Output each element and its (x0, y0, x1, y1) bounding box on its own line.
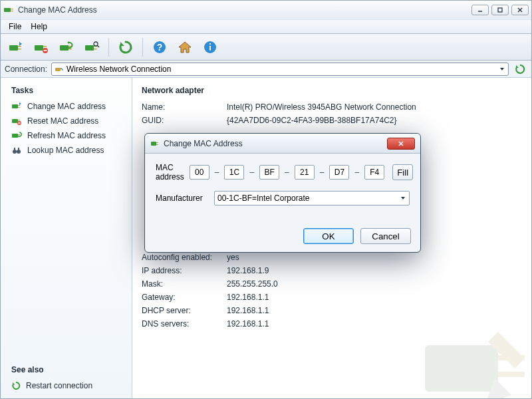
svg-rect-8 (18, 46, 21, 47)
tool-home[interactable] (174, 37, 196, 57)
refresh-icon (11, 381, 21, 390)
svg-line-22 (97, 45, 99, 47)
nic-edit-icon (11, 102, 22, 111)
prop-value: 192.168.1.1 (227, 306, 522, 315)
connection-refresh-button[interactable] (513, 63, 527, 76)
chevron-down-icon (499, 66, 505, 72)
tasks-heading: Tasks (11, 86, 125, 95)
prop-key: IP address: (142, 266, 221, 275)
svg-rect-30 (18, 105, 20, 106)
adapter-heading: Network adapter (142, 86, 522, 95)
cancel-button[interactable]: Cancel (360, 228, 411, 244)
svg-rect-33 (18, 120, 20, 120)
prop-row: GUID:{42AA7DD6-09C2-4FA3-99BB-388BF17A74… (142, 114, 522, 127)
manufacturer-dropdown[interactable]: 00-1C-BF=Intel Corporate (214, 191, 410, 205)
mac-octet-1[interactable] (224, 165, 244, 180)
prop-key: Name: (142, 102, 221, 112)
task-label: Restart connection (26, 381, 92, 390)
svg-rect-49 (156, 144, 158, 145)
see-also-heading: See also (11, 365, 125, 374)
nic-reset-icon (11, 116, 22, 126)
dash-icon: – (354, 168, 359, 177)
prop-key: GUID: (142, 116, 221, 125)
titlebar: Change MAC Address (1, 1, 531, 19)
manufacturer-field: Manufacturer 00-1C-BF=Intel Corporate (156, 191, 410, 205)
manufacturer-value: 00-1C-BF=Intel Corporate (217, 194, 309, 203)
mac-octet-2[interactable] (259, 165, 279, 180)
adapter-icon (55, 65, 64, 74)
close-button[interactable] (511, 5, 529, 15)
prop-row: Mask:255.255.255.0 (142, 277, 522, 291)
mac-octet-3[interactable] (295, 165, 315, 180)
toolbar-separator (108, 38, 109, 57)
ok-button[interactable]: OK (303, 228, 354, 244)
dash-icon: – (285, 168, 289, 177)
task-label: Lookup MAC address (27, 146, 104, 155)
dash-icon: – (320, 168, 325, 177)
svg-rect-42 (14, 148, 15, 150)
tool-reset-mac[interactable] (30, 37, 53, 57)
connection-dropdown[interactable]: Wireless Network Connection (51, 63, 509, 76)
connection-label: Connection: (5, 65, 47, 74)
tool-refresh[interactable] (114, 37, 137, 57)
prop-row: Autoconfig enabled:yes (142, 251, 522, 264)
task-label: Change MAC address (27, 102, 106, 111)
prop-key: Gateway: (142, 293, 221, 302)
menu-file[interactable]: File (5, 21, 25, 33)
svg-rect-44 (425, 345, 498, 392)
prop-value: 192.168.1.1 (227, 293, 522, 302)
watermark-icon (418, 319, 531, 398)
connection-value: Wireless Network Connection (66, 65, 171, 74)
dialog-buttons: OK Cancel (145, 224, 420, 252)
svg-rect-47 (151, 142, 156, 146)
prop-value: 192.168.1.1 (227, 319, 522, 329)
window-buttons (471, 5, 529, 15)
svg-rect-20 (94, 49, 97, 49)
tool-help[interactable]: ? (148, 37, 171, 57)
prop-key: Autoconfig enabled: (142, 253, 221, 262)
svg-rect-26 (209, 46, 211, 51)
svg-rect-32 (12, 119, 18, 123)
svg-rect-43 (18, 148, 19, 150)
app-icon (3, 5, 14, 15)
menu-help[interactable]: Help (27, 21, 51, 33)
manufacturer-label: Manufacturer (156, 194, 209, 203)
svg-rect-29 (12, 104, 18, 108)
svg-rect-10 (35, 45, 43, 51)
svg-rect-4 (498, 8, 502, 12)
task-refresh-mac[interactable]: Refresh MAC address (7, 128, 125, 143)
maximize-button[interactable] (491, 5, 509, 15)
chevron-down-icon (400, 195, 406, 201)
tool-about[interactable] (199, 37, 221, 57)
prop-key: Mask: (142, 279, 221, 289)
task-change-mac[interactable]: Change MAC address (7, 99, 125, 114)
dialog-close-button[interactable] (387, 138, 415, 150)
window-title: Change MAC Address (18, 5, 467, 15)
minimize-button[interactable] (471, 5, 489, 15)
svg-rect-14 (44, 50, 47, 51)
task-restart-connection[interactable]: Restart connection (7, 378, 125, 393)
prop-value: 192.168.1.9 (227, 266, 522, 275)
fill-button[interactable]: Fill (392, 164, 413, 180)
nic-refresh-icon (11, 131, 22, 140)
mac-octet-5[interactable] (364, 165, 384, 180)
toolbar: ? (1, 34, 531, 61)
dialog-icon (150, 139, 160, 148)
svg-text:?: ? (157, 42, 163, 53)
binoculars-icon (11, 146, 22, 155)
prop-key: DNS servers: (142, 319, 221, 329)
svg-rect-17 (68, 49, 72, 49)
tool-change-mac[interactable] (5, 37, 27, 57)
task-lookup-mac[interactable]: Lookup MAC address (7, 143, 125, 158)
toolbar-separator (142, 38, 143, 57)
prop-value: {42AA7DD6-09C2-4FA3-99BB-388BF17A74C2} (227, 116, 522, 125)
svg-rect-48 (156, 142, 158, 143)
task-reset-mac[interactable]: Reset MAC address (7, 114, 125, 128)
mac-octet-4[interactable] (329, 165, 349, 180)
dash-icon: – (215, 168, 219, 177)
mac-octet-0[interactable] (190, 165, 209, 180)
prop-row: IP address:192.168.1.9 (142, 264, 522, 277)
tool-lookup-mac[interactable] (80, 37, 103, 57)
svg-rect-15 (60, 45, 68, 51)
tool-refresh-mac[interactable] (55, 37, 78, 57)
